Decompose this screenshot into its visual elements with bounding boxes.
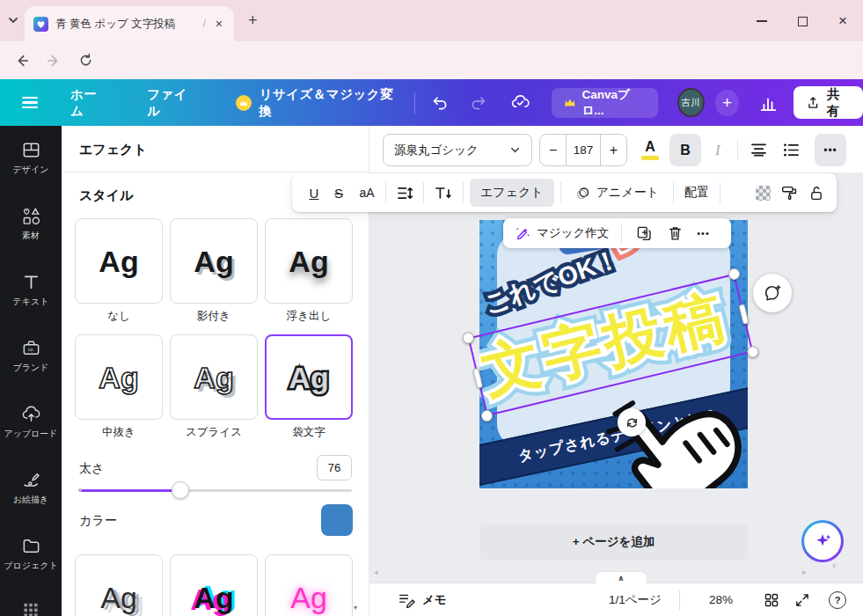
sidebar-item-design[interactable]: デザイン — [0, 140, 62, 176]
browser-tab[interactable]: 青 黄色 ポップ 文字投稿 / × — [25, 6, 234, 41]
style-card-splice[interactable]: Ag — [170, 334, 258, 420]
thickness-slider-track[interactable] — [79, 489, 352, 492]
share-button[interactable]: 共有 — [794, 86, 863, 119]
sidebar-item-uploads[interactable]: アップロード — [0, 404, 62, 440]
window-close-button[interactable]: × — [830, 8, 856, 34]
text-color-glyph: A — [645, 140, 655, 154]
close-tab-button[interactable]: × — [213, 17, 225, 31]
bullet-list-icon — [783, 143, 800, 158]
sidebar-item-apps[interactable] — [0, 602, 62, 616]
bold-button[interactable]: B — [669, 134, 701, 166]
selection-handle-left[interactable] — [472, 368, 483, 389]
sidebar-item-draw[interactable]: お絵描き — [0, 470, 62, 506]
toolbar-more-button[interactable]: ••• — [815, 134, 846, 166]
lock-open-icon — [808, 185, 824, 202]
position-button[interactable]: 配置 — [674, 179, 720, 207]
page-indicator[interactable]: 1/1ページ — [609, 592, 662, 608]
duplicate-button[interactable] — [636, 225, 652, 241]
rotate-handle[interactable] — [618, 408, 646, 436]
position-label: 配置 — [684, 185, 709, 201]
style-label: 袋文字 — [265, 425, 353, 440]
transparency-button[interactable] — [756, 186, 771, 201]
style-card-shadow[interactable]: Ag — [170, 218, 258, 304]
text-case-button[interactable]: aA — [352, 186, 382, 200]
delete-button[interactable] — [668, 225, 683, 241]
main-menu-button[interactable] — [22, 93, 38, 112]
style-card-outline-selected[interactable]: Ag — [265, 334, 353, 420]
line-spacing-button[interactable] — [386, 186, 423, 201]
canva-pro-button[interactable]: Canvaプロ... — [552, 88, 658, 118]
text-color-button[interactable]: A — [634, 134, 666, 166]
italic-button[interactable]: I — [705, 134, 731, 166]
zoom-level[interactable]: 28% — [709, 593, 733, 606]
magic-write-button[interactable]: マジック作文 — [515, 225, 609, 241]
copy-style-button[interactable] — [781, 185, 798, 202]
selection-handle-bottom-right[interactable] — [746, 345, 760, 359]
text-icon — [21, 272, 41, 292]
chevron-down-icon — [509, 144, 521, 156]
grid-view-button[interactable] — [764, 592, 779, 608]
vertical-text-button[interactable] — [424, 186, 463, 201]
redo-icon — [469, 93, 487, 112]
font-size-decrease-button[interactable]: − — [540, 143, 566, 158]
style-preview: Ag — [194, 363, 233, 392]
saved-status-button[interactable] — [510, 92, 530, 113]
insights-button[interactable] — [758, 94, 778, 112]
ai-assistant-button[interactable] — [801, 520, 844, 562]
scroll-hint-right[interactable]: ▸ — [802, 568, 807, 576]
reload-button[interactable] — [72, 48, 99, 74]
style-card-hollow[interactable]: Ag — [75, 334, 163, 420]
undo-button[interactable] — [431, 93, 450, 112]
menu-resize-magic[interactable]: リサイズ＆マジック変換 — [259, 86, 394, 120]
add-page-button[interactable]: + ページを追加 — [479, 524, 748, 561]
color-swatch[interactable] — [321, 504, 353, 536]
lock-button[interactable] — [808, 185, 824, 202]
pen-icon — [21, 470, 41, 490]
style-card-lift[interactable]: Ag — [265, 218, 353, 304]
style-card-echo[interactable]: Ag — [75, 554, 163, 616]
window-minimize-button[interactable] — [749, 8, 775, 34]
font-size-increase-button[interactable]: + — [601, 143, 626, 158]
menu-home[interactable]: ホーム — [70, 86, 107, 120]
underline-button[interactable]: U — [303, 186, 325, 201]
scroll-hint-down[interactable]: ▾ — [832, 561, 837, 570]
bar-chart-icon — [758, 94, 778, 112]
pages-drawer-handle[interactable]: ∧ — [595, 571, 647, 583]
tab-search-button[interactable] — [7, 14, 19, 26]
style-card-none[interactable]: Ag — [75, 218, 163, 304]
sidebar-item-projects[interactable]: プロジェクト — [0, 536, 62, 572]
forward-button[interactable] — [40, 48, 67, 74]
animate-button[interactable]: アニメート — [565, 179, 669, 207]
font-size-value[interactable]: 187 — [566, 135, 600, 165]
sidebar-item-elements[interactable]: 素材 — [0, 206, 62, 242]
style-card-glitch[interactable]: Ag — [170, 554, 258, 616]
help-button[interactable]: ? — [829, 591, 846, 609]
effects-button[interactable]: エフェクト — [470, 179, 554, 207]
back-button[interactable] — [9, 48, 35, 74]
window-maximize-button[interactable] — [789, 8, 815, 34]
account-avatar[interactable]: 吉川 — [677, 88, 705, 117]
add-comment-button[interactable] — [753, 274, 792, 312]
new-tab-button[interactable]: + — [248, 11, 258, 30]
sidebar-item-brand[interactable]: co. ブランド — [0, 338, 62, 374]
menu-file[interactable]: ファイル — [147, 86, 196, 120]
font-family-select[interactable]: 源泉丸ゴシック — [383, 134, 532, 166]
undo-icon — [431, 93, 450, 112]
style-section-heading: スタイル — [79, 187, 133, 204]
redo-button[interactable] — [469, 93, 487, 112]
selection-handle-top-left[interactable] — [461, 331, 475, 345]
thickness-value-field[interactable]: 76 — [317, 455, 352, 480]
thickness-slider-thumb[interactable] — [172, 481, 189, 499]
app-sidebar: デザイン 素材 テキスト co. ブランド アップロード お絵描き プロジェクト — [0, 126, 62, 616]
scroll-hint-left[interactable]: ◂ — [374, 568, 378, 576]
notes-button[interactable]: メモ — [399, 592, 447, 608]
style-card-neon[interactable]: Ag — [265, 554, 353, 616]
sidebar-item-text[interactable]: テキスト — [0, 272, 62, 308]
strikethrough-button[interactable]: S — [325, 186, 352, 201]
fullscreen-button[interactable] — [794, 592, 810, 608]
element-more-button[interactable]: ••• — [697, 228, 710, 238]
add-member-button[interactable]: + — [715, 90, 740, 116]
text-align-button[interactable] — [744, 134, 772, 166]
panel-scroll-down-arrow[interactable]: ▾ — [354, 604, 357, 612]
list-button[interactable] — [777, 134, 805, 166]
